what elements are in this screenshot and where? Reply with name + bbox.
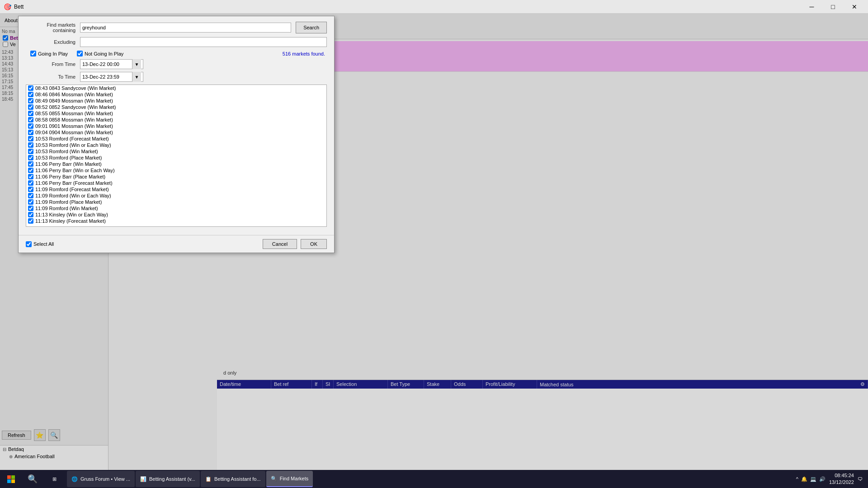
not-going-in-play-check[interactable]: Not Going In Play [77,51,123,56]
market-list-item[interactable]: 08:49 0849 Mossman (Win Market) [26,98,326,104]
to-time-input-box: 13-Dec-22 23:59 ▼ [80,72,143,82]
select-all-label: Select All [33,241,54,247]
market-list-item[interactable]: 10:53 Romford (Place Market) [26,155,326,161]
going-in-play-checkbox[interactable] [30,51,36,56]
market-item-checkbox[interactable] [28,193,33,198]
chevron-icon[interactable]: ^ [796,476,798,482]
market-list-item[interactable]: 08:58 0858 Mossman (Win Market) [26,117,326,123]
market-item-checkbox[interactable] [28,111,33,116]
taskbar-widgets-button[interactable]: ⊞ [43,470,65,488]
market-item-checkbox[interactable] [28,155,33,160]
title-bar-left: 🎯 Bett [4,3,24,10]
market-list-item[interactable]: 11:09 Romford (Place Market) [26,199,326,205]
start-button[interactable] [0,470,22,488]
market-item-checkbox[interactable] [28,136,33,141]
volume-icon[interactable]: 🔊 [819,476,826,482]
taskbar-item-betting1[interactable]: 📊 Betting Assistant (v... [136,471,200,487]
to-time-label: To Time [26,74,80,80]
market-item-checkbox[interactable] [28,92,33,97]
going-in-play-check[interactable]: Going In Play [30,51,68,56]
cancel-button[interactable]: Cancel [263,239,297,249]
close-button[interactable]: ✕ [844,0,864,14]
market-list-container: 08:43 0843 Sandycove (Win Market)08:46 0… [26,84,327,227]
not-going-in-play-checkbox[interactable] [77,51,83,56]
taskbar-search-button[interactable]: 🔍 [22,470,43,488]
maximize-button[interactable]: □ [823,0,843,14]
market-list[interactable]: 08:43 0843 Sandycove (Win Market)08:46 0… [26,85,326,226]
from-time-value: 13-Dec-22 00:00 [82,61,119,67]
market-item-checkbox[interactable] [28,130,33,135]
notification-icon[interactable]: 🔔 [801,476,807,482]
find-markets-row: Find markets containing Search [26,22,327,33]
notification-center-icon[interactable]: 🗨 [858,476,863,482]
market-list-item[interactable]: 11:06 Perry Barr (Win or Each Way) [26,167,326,174]
market-list-item[interactable]: 11:06 Perry Barr (Forecast Market) [26,180,326,186]
betting2-label: Betting Assistant fo... [214,476,261,482]
minimize-button[interactable]: ─ [802,0,822,14]
systray: ^ 🔔 💻 🔊 [796,476,826,482]
market-list-item[interactable]: 08:55 0855 Mossman (Win Market) [26,110,326,117]
find-markets-dialog: Find markets containing Search Excluding… [18,16,335,253]
market-list-item[interactable]: 09:04 0904 Mossman (Win Market) [26,129,326,136]
taskbar-item-findmarkets[interactable]: 🔍 Find Markets [266,471,313,487]
to-time-value: 13-Dec-22 23:59 [82,74,119,80]
market-item-checkbox[interactable] [28,117,33,122]
market-list-item[interactable]: 11:09 Romford (Win or Each Way) [26,192,326,199]
market-list-item[interactable]: 11:09 Romford (Forecast Market) [26,186,326,192]
market-item-checkbox[interactable] [28,149,33,154]
betting1-label: Betting Assistant (v... [149,476,195,482]
market-item-checkbox[interactable] [28,85,33,91]
excluding-input[interactable] [80,37,327,47]
market-item-checkbox[interactable] [28,206,33,211]
market-item-checkbox[interactable] [28,218,33,224]
market-item-checkbox[interactable] [28,199,33,205]
going-in-play-label: Going In Play [38,51,68,56]
market-item-checkbox[interactable] [28,180,33,186]
market-list-item[interactable]: 10:53 Romford (Forecast Market) [26,136,326,142]
taskbar-right: ^ 🔔 💻 🔊 08:45:24 13/12/2022 🗨 [791,472,868,486]
market-list-item[interactable]: 08:43 0843 Sandycove (Win Market) [26,85,326,91]
market-item-checkbox[interactable] [28,98,33,103]
market-item-checkbox[interactable] [28,142,33,148]
market-list-item[interactable]: 08:52 0852 Sandycove (Win Market) [26,104,326,110]
clock-date: 13/12/2022 [829,479,854,486]
find-markets-input[interactable] [80,23,291,33]
market-list-item[interactable]: 11:13 Kinsley (Forecast Market) [26,218,326,224]
ok-button[interactable]: OK [301,239,327,249]
monitor-icon[interactable]: 💻 [810,476,816,482]
find-markets-label: Find markets containing [26,22,80,33]
market-list-item[interactable]: 11:09 Romford (Win Market) [26,205,326,211]
market-item-checkbox[interactable] [28,161,33,167]
title-bar-controls: ─ □ ✕ [802,0,864,14]
select-all-area[interactable]: Select All [26,241,54,247]
found-text: 516 markets found. [283,51,327,56]
market-list-item[interactable]: 11:13 Kinsley (Win or Each Way) [26,211,326,218]
not-going-in-play-label: Not Going In Play [85,51,123,56]
market-list-item[interactable]: 11:06 Perry Barr (Win Market) [26,161,326,167]
market-list-item[interactable]: 10:53 Romford (Win or Each Way) [26,142,326,148]
market-item-checkbox[interactable] [28,212,33,217]
market-item-checkbox[interactable] [28,174,33,179]
taskbar-items: 🌐 Gruss Forum • View ... 📊 Betting Assis… [65,471,791,487]
market-list-item[interactable]: 09:01 0901 Mossman (Win Market) [26,123,326,129]
from-time-row: From Time 13-Dec-22 00:00 ▼ [26,59,327,69]
search-button[interactable]: Search [296,22,327,33]
from-time-picker-button[interactable]: ▼ [132,59,141,69]
from-time-label: From Time [26,61,80,67]
market-item-checkbox[interactable] [28,123,33,129]
taskbar: 🔍 ⊞ 🌐 Gruss Forum • View ... 📊 Betting A… [0,470,868,488]
market-item-checkbox[interactable] [28,168,33,173]
market-item-checkbox[interactable] [28,104,33,110]
findmarkets-label: Find Markets [280,476,309,481]
market-list-item[interactable]: 10:53 Romford (Win Market) [26,148,326,155]
to-time-picker-button[interactable]: ▼ [132,72,141,82]
svg-rect-3 [11,479,15,483]
market-item-checkbox[interactable] [28,187,33,192]
market-list-item[interactable]: 08:46 0846 Mossman (Win Market) [26,91,326,98]
select-all-checkbox[interactable] [26,241,32,247]
from-time-input-box: 13-Dec-22 00:00 ▼ [80,59,143,69]
taskbar-item-gruss[interactable]: 🌐 Gruss Forum • View ... [67,471,135,487]
taskbar-item-betting2[interactable]: 📋 Betting Assistant fo... [201,471,265,487]
dialog-body: Find markets containing Search Excluding… [19,16,334,235]
market-list-item[interactable]: 11:06 Perry Barr (Place Market) [26,174,326,180]
